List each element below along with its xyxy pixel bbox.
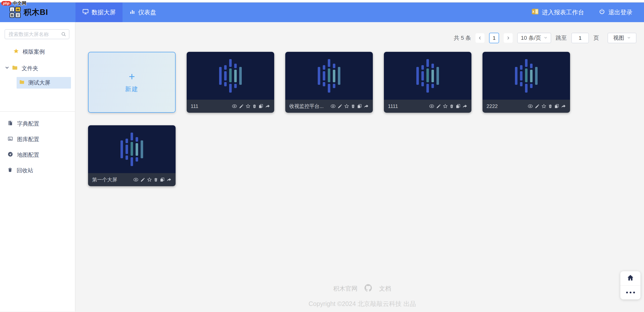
search-icon[interactable] [61, 31, 66, 38]
dictionary-icon [8, 120, 13, 127]
copy-icon[interactable] [456, 104, 461, 109]
preview-icon[interactable] [133, 177, 139, 182]
search-input[interactable] [5, 29, 69, 39]
barchart-icon [129, 9, 135, 16]
brand-title: 积木BI [24, 7, 48, 18]
new-card-label: 新建 [125, 85, 139, 93]
power-icon [599, 8, 605, 16]
tab-data-screen[interactable]: 数据大屏 [75, 3, 123, 22]
github-icon[interactable] [365, 284, 372, 293]
page-unit-label: 页 [593, 34, 599, 42]
card-actions [528, 104, 566, 109]
sidebar-item-label: 字典配置 [17, 120, 39, 128]
copy-icon[interactable] [357, 104, 362, 109]
tab-dashboard[interactable]: 仪表盘 [123, 3, 163, 22]
edit-icon[interactable] [535, 104, 540, 109]
card-thumbnail[interactable] [285, 52, 373, 100]
sidebar-item-map[interactable]: 地图配置 [0, 149, 75, 161]
card-thumbnail[interactable] [384, 52, 471, 100]
tab-label: 仪表盘 [138, 8, 156, 16]
preview-icon[interactable] [429, 104, 434, 108]
card-thumbnail[interactable] [187, 52, 274, 100]
sidebar-folder-root[interactable]: 文件夹 [0, 63, 75, 74]
footer-link-official-site[interactable]: 积木官网 [333, 285, 357, 293]
report-workbench-button[interactable]: X 进入报表工作台 [531, 8, 584, 17]
prev-page-button[interactable] [475, 33, 485, 43]
sidebar-item-label: 地图配置 [17, 151, 39, 159]
top-navbar: j m B I 积木BI 数据大屏 仪表盘 [0, 3, 644, 22]
footer-links: 积木官网 文档 [88, 284, 636, 293]
screen-card[interactable]: 收视监控平台... [285, 52, 373, 113]
page-size-select[interactable]: 10 条/页 [517, 33, 551, 43]
preview-icon[interactable] [232, 104, 237, 108]
share-icon[interactable] [561, 104, 566, 109]
copy-icon[interactable] [554, 104, 559, 109]
star-icon[interactable] [246, 104, 251, 109]
star-icon[interactable] [541, 104, 546, 109]
card-title: 第一个大屏 [92, 176, 117, 183]
more-button[interactable] [620, 285, 640, 299]
card-thumbnail[interactable] [88, 125, 176, 173]
edit-icon[interactable] [140, 177, 145, 182]
page-number-button[interactable]: 1 [489, 33, 499, 43]
view-label: 视图 [613, 34, 624, 42]
card-actions [133, 177, 172, 182]
jimu-logo-bars-icon [318, 59, 340, 93]
cards-grid: + 新建 111 [88, 52, 570, 186]
delete-icon[interactable] [548, 104, 552, 109]
delete-icon[interactable] [351, 104, 355, 109]
site-watermark: php 中文网 [1, 0, 26, 6]
preview-icon[interactable] [528, 104, 533, 108]
share-icon[interactable] [167, 177, 172, 182]
search-box [5, 29, 69, 39]
card-title: 1111 [388, 103, 398, 109]
watermark-text: 中文网 [13, 0, 26, 6]
pagination-bar: 共 5 条 1 10 条/页 跳至 页 视图 [88, 33, 636, 43]
delete-icon[interactable] [252, 104, 257, 109]
sidebar-item-label: 图库配置 [17, 136, 39, 143]
sidebar-item-test-screen[interactable]: 测试大屏 [17, 77, 71, 89]
page-footer: 积木官网 文档 Copyright ©2024 北京敲敲云科技 出品 [88, 284, 636, 311]
star-icon[interactable] [443, 104, 448, 109]
edit-icon[interactable] [239, 104, 244, 109]
card-title: 收视监控平台... [289, 103, 324, 110]
chevron-down-icon [544, 35, 548, 41]
card-actions [330, 104, 369, 109]
sidebar-item-recycle[interactable]: 回收站 [0, 165, 75, 176]
preview-icon[interactable] [330, 104, 336, 108]
view-mode-button[interactable]: 视图 [608, 33, 636, 43]
delete-icon[interactable] [450, 104, 454, 109]
screen-card[interactable]: 2222 [482, 52, 570, 113]
screen-card[interactable]: 111 [187, 52, 274, 113]
next-page-button[interactable] [504, 33, 513, 43]
nav-tabs: 数据大屏 仪表盘 [75, 3, 163, 22]
share-icon[interactable] [462, 104, 467, 109]
share-icon[interactable] [364, 104, 369, 109]
jump-page-input[interactable] [571, 33, 589, 43]
card-thumbnail[interactable] [482, 52, 570, 100]
screen-card[interactable]: 1111 [384, 52, 471, 113]
new-screen-button[interactable]: + 新建 [88, 52, 176, 113]
folder-icon [12, 65, 18, 72]
edit-icon[interactable] [436, 104, 441, 109]
star-icon[interactable] [147, 177, 152, 182]
copy-icon[interactable] [160, 177, 165, 182]
logout-button[interactable]: 退出登录 [599, 8, 632, 16]
sidebar-item-label: 文件夹 [22, 65, 38, 72]
sidebar-item-gallery[interactable]: 图库配置 [0, 134, 75, 145]
sidebar-menu: 字典配置 图库配置 地 [0, 118, 75, 176]
copy-icon[interactable] [258, 104, 263, 109]
report-icon: X [531, 8, 539, 17]
home-button[interactable] [620, 271, 640, 285]
share-icon[interactable] [265, 104, 270, 109]
delete-icon[interactable] [154, 177, 158, 182]
star-icon[interactable] [344, 104, 349, 109]
sidebar-item-dictionary[interactable]: 字典配置 [0, 118, 75, 129]
chevron-down-icon[interactable] [5, 65, 10, 72]
footer-link-docs[interactable]: 文档 [379, 285, 391, 293]
tab-label: 数据大屏 [92, 8, 116, 16]
screen-card[interactable]: 第一个大屏 [88, 125, 176, 186]
nav-action-label: 进入报表工作台 [542, 8, 584, 16]
edit-icon[interactable] [338, 104, 342, 109]
sidebar-item-templates[interactable]: 模版案例 [0, 46, 75, 57]
